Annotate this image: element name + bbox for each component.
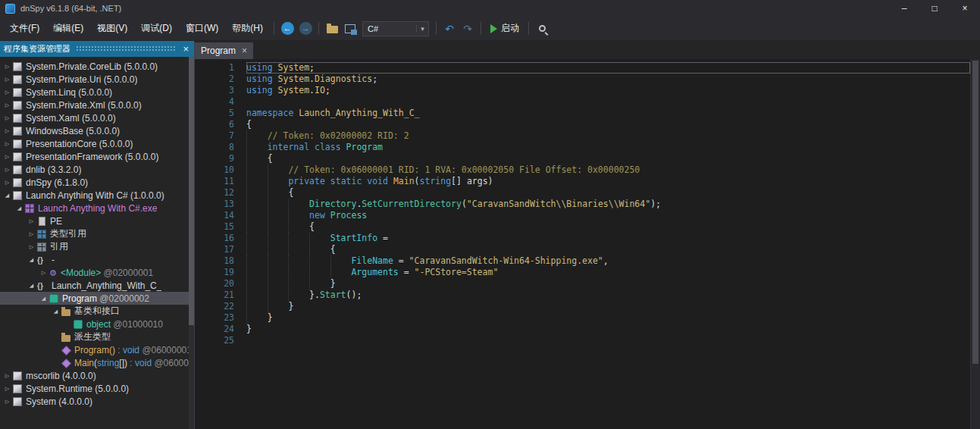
expand-arrow-icon[interactable]: ▷ [2, 89, 12, 96]
expand-arrow-icon[interactable]: ▷ [27, 231, 36, 237]
language-selector[interactable]: C# ▾ [362, 21, 429, 36]
tree-item[interactable]: ▷PresentationCore (5.0.0.0) [0, 137, 189, 150]
search-button[interactable] [533, 20, 551, 38]
tree-scrollbar[interactable] [189, 57, 194, 429]
close-button[interactable]: × [950, 0, 980, 17]
panel-close-icon[interactable]: × [181, 44, 190, 54]
minimize-button[interactable]: – [889, 0, 919, 17]
expand-arrow-icon[interactable]: ▷ [2, 141, 12, 147]
code-line[interactable]: 22} [195, 301, 970, 312]
tree-item[interactable]: ▷类型引用 [0, 227, 189, 240]
tree-item[interactable]: ▷System (4.0.0.0) [0, 395, 189, 408]
code-line[interactable]: 24} [195, 324, 970, 335]
code-line[interactable]: 18FileName = "CaravanSandWitch-Win64-Shi… [195, 255, 970, 267]
code-line[interactable]: 13Directory.SetCurrentDirectory("Caravan… [195, 199, 970, 210]
open-file-button[interactable] [323, 20, 341, 38]
tree-item[interactable]: 派生类型 [0, 330, 189, 343]
redo-button[interactable]: ↷ [459, 20, 477, 38]
code-line[interactable]: 23} [195, 312, 970, 324]
tree-item[interactable]: ▷System.Xaml (5.0.0.0) [0, 111, 189, 124]
menu-item[interactable]: 帮助(H) [225, 18, 270, 39]
collapse-arrow-icon[interactable]: ◢ [27, 283, 36, 289]
tree-item[interactable]: Main(string[]) : void @06000002 [0, 356, 189, 369]
tab-program[interactable]: Program × [195, 42, 253, 59]
editor-scrollbar-thumb[interactable] [972, 61, 978, 364]
code-line[interactable]: 11private static void Main(string[] args… [195, 176, 970, 187]
expand-arrow-icon[interactable]: ▷ [27, 244, 36, 250]
tree-item[interactable]: ▷System.Private.Uri (5.0.0.0) [0, 73, 189, 86]
expand-arrow-icon[interactable]: ▷ [2, 180, 12, 186]
tree-item[interactable]: Program() : void @06000001 [0, 343, 189, 356]
tree-scrollbar-thumb[interactable] [189, 57, 194, 325]
code-line[interactable]: 9{ [195, 153, 970, 164]
collapse-arrow-icon[interactable]: ◢ [14, 205, 24, 211]
code-line[interactable]: 1using System; [195, 62, 970, 74]
collapse-arrow-icon[interactable]: ◢ [27, 257, 36, 263]
navigate-back-button[interactable]: ← [278, 20, 296, 38]
tree-item[interactable]: ◢- [0, 253, 189, 266]
menu-item[interactable]: 视图(V) [90, 18, 134, 39]
code-line[interactable]: 7// Token: 0x02000002 RID: 2 [195, 130, 970, 142]
navigate-forward-button[interactable]: → [296, 20, 315, 38]
open-assembly-list-button[interactable] [341, 20, 359, 38]
tree-item[interactable]: ▷<Module> @02000001 [0, 266, 189, 279]
tree-item[interactable]: ▷System.Runtime (5.0.0.0) [0, 382, 189, 395]
tree-item[interactable]: ◢Program @02000002 [0, 292, 189, 305]
code-line[interactable]: 16StartInfo = [195, 233, 970, 244]
code-line[interactable]: 5namespace Launch_Anything_With_C_ [195, 108, 970, 119]
expand-arrow-icon[interactable]: ▷ [27, 218, 36, 224]
tree-item[interactable]: ▷mscorlib (4.0.0.0) [0, 369, 189, 382]
tree-item[interactable]: ◢Launch Anything With C# (1.0.0.0) [0, 189, 189, 202]
code-line[interactable]: 14new Process [195, 210, 970, 221]
tree-item[interactable]: ▷dnSpy (6.1.8.0) [0, 176, 189, 189]
code-line[interactable]: 8internal class Program [195, 142, 970, 153]
code-line[interactable]: 2using System.Diagnostics; [195, 74, 970, 85]
expand-arrow-icon[interactable]: ▷ [2, 115, 12, 121]
expand-arrow-icon[interactable]: ▷ [2, 154, 12, 160]
tree-item[interactable]: ▷System.Private.Xml (5.0.0.0) [0, 99, 189, 111]
expand-arrow-icon[interactable]: ▷ [2, 128, 12, 134]
undo-button[interactable]: ↶ [440, 20, 459, 38]
collapse-arrow-icon[interactable]: ◢ [2, 193, 12, 199]
tree-item[interactable]: ▷WindowsBase (5.0.0.0) [0, 124, 189, 137]
collapse-arrow-icon[interactable]: ◢ [51, 308, 61, 315]
menu-item[interactable]: 调试(D) [134, 18, 179, 39]
expand-arrow-icon[interactable]: ▷ [2, 64, 12, 70]
tree-item[interactable]: ◢Launch_Anything_With_C_ [0, 279, 189, 292]
panel-header[interactable]: 程序集资源管理器 × [0, 41, 194, 57]
code-line[interactable]: 4 [195, 96, 970, 108]
dnspy-logo-icon[interactable] [5, 4, 15, 14]
tree-item[interactable]: ◢基类和接口 [0, 305, 189, 318]
code-line[interactable]: 20} [195, 278, 970, 290]
tree-item[interactable]: ▷System.Private.CoreLib (5.0.0.0) [0, 60, 189, 73]
code-line[interactable]: 19Arguments = "-PCStore=Steam" [195, 267, 970, 278]
code-line[interactable]: 17{ [195, 244, 970, 255]
code-line[interactable]: 15{ [195, 221, 970, 233]
menu-item[interactable]: 文件(F) [3, 18, 46, 39]
tree-item[interactable]: ▷System.Linq (5.0.0.0) [0, 86, 189, 99]
expand-arrow-icon[interactable]: ▷ [2, 399, 12, 405]
tree-item[interactable]: ▷引用 [0, 240, 189, 253]
code-line[interactable]: 12{ [195, 187, 970, 199]
expand-arrow-icon[interactable]: ▷ [2, 167, 12, 173]
expand-arrow-icon[interactable]: ▷ [2, 77, 12, 83]
menu-item[interactable]: 编辑(E) [46, 18, 90, 39]
code-line[interactable]: 25 [195, 335, 970, 346]
editor-scrollbar[interactable] [970, 59, 980, 429]
code-line[interactable]: 10// Token: 0x06000001 RID: 1 RVA: 0x000… [195, 164, 970, 176]
maximize-button[interactable]: □ [919, 0, 950, 17]
collapse-arrow-icon[interactable]: ◢ [39, 296, 49, 302]
tree-item[interactable]: object @01000010 [0, 318, 189, 330]
code-line[interactable]: 21}.Start(); [195, 290, 970, 301]
expand-arrow-icon[interactable]: ▷ [2, 386, 12, 392]
start-debugging-button[interactable]: 启动 [485, 20, 524, 37]
code-line[interactable]: 3using System.IO; [195, 85, 970, 96]
tree-item[interactable]: ▷PresentationFramework (5.0.0.0) [0, 150, 189, 163]
tree-item[interactable]: ▷dnlib (3.3.2.0) [0, 163, 189, 176]
expand-arrow-icon[interactable]: ▷ [2, 102, 12, 108]
code-line[interactable]: 6{ [195, 119, 970, 130]
tab-close-icon[interactable]: × [242, 46, 247, 55]
tree-item[interactable]: ▷PE [0, 214, 189, 227]
menu-item[interactable]: 窗口(W) [179, 18, 225, 39]
expand-arrow-icon[interactable]: ▷ [39, 270, 49, 276]
